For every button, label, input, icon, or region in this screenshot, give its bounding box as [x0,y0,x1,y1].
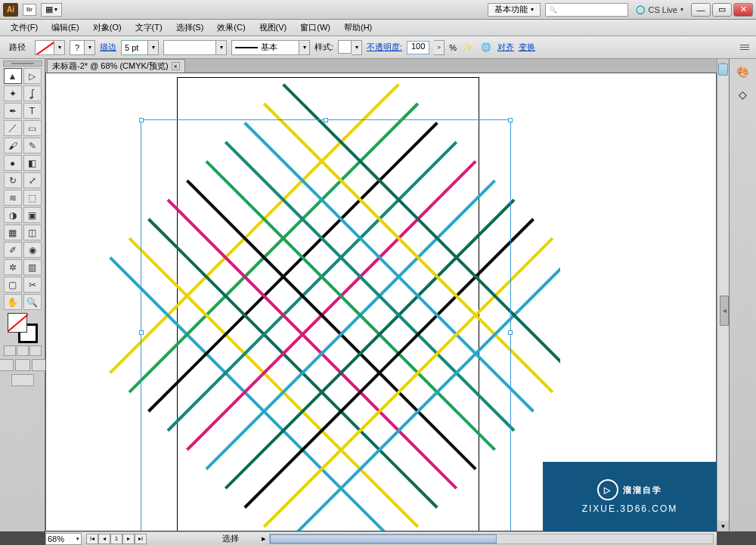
artboard-tool[interactable]: ▢ [4,277,22,293]
stroke-dropdown[interactable]: ▾ [85,40,95,55]
recolor-artwork-icon[interactable]: ✨ [461,41,475,54]
swatches-panel-icon[interactable]: ◇ [734,86,752,103]
draw-behind-icon[interactable] [15,359,30,371]
paintbrush-tool[interactable]: 🖌 [4,138,22,153]
horizontal-scrollbar[interactable] [269,534,714,544]
graphic-style-swatch[interactable] [338,40,352,54]
search-input[interactable] [545,3,628,17]
eraser-tool[interactable]: ◧ [23,155,42,171]
perspective-tool[interactable]: ▣ [23,207,42,223]
transform-panel-link[interactable]: 变换 [519,42,535,53]
selection-handle[interactable] [508,118,513,122]
menu-view[interactable]: 视图(V) [253,20,293,35]
zoom-tool[interactable]: 🔍 [23,294,42,310]
brush-definition[interactable] [163,40,216,55]
menu-help[interactable]: 帮助(H) [338,20,378,35]
line-tool[interactable]: ／ [4,120,22,136]
selection-handle[interactable] [139,330,144,335]
lasso-tool[interactable]: ʆ [23,85,42,101]
align-panel-link[interactable]: 对齐 [497,42,514,53]
selection-handle[interactable] [508,330,513,335]
scroll-down-icon[interactable]: ▼ [717,521,729,531]
prev-artboard-button[interactable]: ◂ [98,534,110,544]
cs-live-button[interactable]: CS Live [636,5,683,14]
pencil-tool[interactable]: ✎ [23,138,42,153]
fill-dropdown[interactable]: ▾ [54,40,65,55]
screen-mode-button[interactable] [11,374,34,386]
scroll-thumb[interactable] [718,63,728,76]
menu-effect[interactable]: 效果(C) [211,20,251,35]
opacity-panel-link[interactable]: 不透明度: [367,42,402,53]
rectangle-tool[interactable]: ▭ [23,120,42,136]
type-tool[interactable]: T [23,103,42,119]
stroke-swatch[interactable]: ? [70,40,85,55]
column-graph-tool[interactable]: ▥ [23,259,42,275]
profile-preview[interactable]: 基本 [231,40,299,55]
menu-file[interactable]: 文件(F) [5,20,44,35]
symbol-sprayer-tool[interactable]: ✲ [4,259,22,275]
profile-dropdown[interactable]: ▾ [299,40,310,55]
next-artboard-button[interactable]: ▸ [122,534,135,544]
document-tab[interactable]: 未标题-2* @ 68% (CMYK/预览) × [47,59,185,73]
close-tab-icon[interactable]: × [172,62,180,70]
fill-stroke-control[interactable] [8,313,38,343]
maximize-button[interactable]: ▭ [712,3,732,17]
document-tab-title: 未标题-2* @ 68% (CMYK/预览) [52,60,169,72]
workspace-switcher[interactable]: 基本功能 [488,3,541,17]
direct-selection-tool[interactable]: ▷ [23,68,42,84]
fill-swatch[interactable] [35,40,54,55]
pen-tool[interactable]: ✒ [4,103,22,119]
eyedropper-tool[interactable]: ✐ [4,242,22,258]
hscroll-thumb[interactable] [270,534,497,543]
menu-object[interactable]: 对象(O) [87,20,128,35]
opacity-input[interactable]: 100 [407,41,429,54]
draw-inside-icon[interactable] [32,359,47,371]
menu-window[interactable]: 窗口(W) [294,20,336,35]
zoom-level-input[interactable]: 68% [45,533,82,545]
color-mode-none[interactable] [29,345,42,356]
stroke-weight-input[interactable]: 5 pt [121,40,148,55]
select-similar-icon[interactable]: 🌐 [479,41,493,54]
rotate-tool[interactable]: ↻ [4,172,22,188]
status-bar: 68% I◂ ◂ 1 ▸ ▸I 选择 ▸ [45,531,717,545]
gradient-tool[interactable]: ◫ [23,225,42,240]
graphic-style-dropdown[interactable]: ▾ [352,40,362,55]
scale-tool[interactable]: ⤢ [23,172,42,188]
magic-wand-tool[interactable]: ✦ [4,85,22,101]
free-transform-tool[interactable]: ⬚ [23,190,42,206]
width-tool[interactable]: ≋ [4,190,22,206]
artboard-number-input[interactable]: 1 [110,534,122,544]
close-button[interactable]: ✕ [733,3,753,17]
shape-builder-tool[interactable]: ◑ [4,207,22,223]
control-panel-menu-icon[interactable] [738,42,751,54]
panel-collapse-handle[interactable]: ◂ [720,296,729,326]
tools-panel-handle[interactable] [3,60,42,67]
selection-bounding-box[interactable] [141,119,511,531]
stroke-panel-link[interactable]: 描边 [100,42,116,53]
menu-edit[interactable]: 编辑(E) [45,20,85,35]
blob-brush-tool[interactable]: ● [4,155,22,171]
menu-select[interactable]: 选择(S) [170,20,210,35]
color-panel-icon[interactable]: 🎨 [734,63,752,80]
color-mode-normal[interactable] [4,345,16,356]
brush-dropdown[interactable]: ▾ [216,40,227,55]
first-artboard-button[interactable]: I◂ [86,534,98,544]
blend-tool[interactable]: ◉ [23,242,42,258]
document-tab-bar: 未标题-2* @ 68% (CMYK/预览) × [45,59,717,73]
menu-type[interactable]: 文字(T) [129,20,169,35]
selection-tool[interactable]: ▲ [4,68,22,84]
selection-handle[interactable] [139,118,144,122]
draw-normal-icon[interactable] [0,359,14,371]
selection-handle[interactable] [324,118,328,122]
slice-tool[interactable]: ✂ [23,277,42,293]
fill-color-icon[interactable] [8,313,27,333]
mesh-tool[interactable]: ▦ [4,225,22,240]
opacity-dropdown[interactable]: > [434,40,445,55]
minimize-button[interactable]: — [691,3,711,17]
last-artboard-button[interactable]: ▸I [135,534,147,544]
bridge-button[interactable]: Br [23,4,36,16]
color-mode-gradient[interactable] [17,345,29,356]
arrange-documents-button[interactable]: ▦ [41,3,62,17]
stroke-weight-dropdown[interactable]: ▾ [148,40,159,55]
hand-tool[interactable]: ✋ [4,294,22,310]
